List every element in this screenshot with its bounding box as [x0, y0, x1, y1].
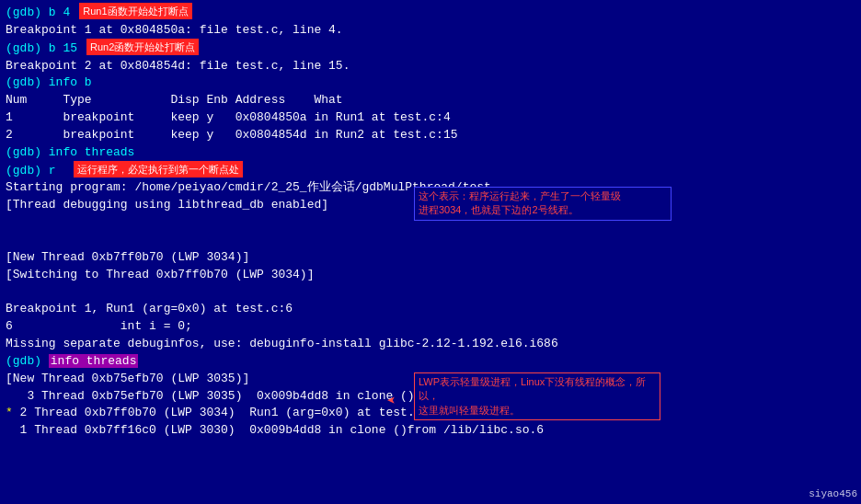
terminal-line: (gdb) info b: [6, 74, 855, 92]
terminal-line: (gdb) b 15Run2函数开始处打断点: [6, 40, 855, 58]
terminal-line: (gdb) r 运行程序，必定执行到第一个断点处: [6, 162, 855, 180]
annotation-run-program: 运行程序，必定执行到第一个断点处: [74, 161, 243, 178]
terminal-line: Breakpoint 1 at 0x804850a: file test.c, …: [6, 22, 855, 40]
watermark: siyao456: [809, 487, 857, 502]
terminal-line: Missing separate debuginfos, use: debugi…: [6, 336, 855, 353]
highlight-info-threads: info threads: [49, 354, 139, 368]
terminal-line: [Switching to Thread 0xb7ff0b70 (LWP 303…: [6, 267, 855, 284]
terminal: (gdb) b 4Run1函数开始处打断点 Breakpoint 1 at 0x…: [0, 0, 861, 504]
annotation-lwp-explain: LWP表示轻量级进程，Linux下没有线程的概念，所以，这里就叫轻量级进程。: [414, 372, 660, 420]
terminal-line: 2 breakpoint keep y 0x0804854d in Run2 a…: [6, 127, 855, 144]
terminal-line: [6, 284, 855, 302]
terminal-line: (gdb) info threads: [6, 353, 855, 371]
terminal-line: [New Thread 0xb7ff0b70 (LWP 3034)]: [6, 249, 855, 267]
arrow-lwp: ➤: [386, 392, 396, 413]
terminal-line: 1 Thread 0xb7ff16c0 (LWP 3030) 0x009b4dd…: [6, 422, 855, 440]
asterisk-marker: *: [6, 406, 13, 419]
terminal-line: Breakpoint 1, Run1 (arg=0x0) at test.c:6: [6, 301, 855, 318]
terminal-line: 6 int i = 0;: [6, 318, 855, 336]
terminal-line: (gdb) info threads: [6, 144, 855, 162]
terminal-line: Breakpoint 2 at 0x804854d: file test.c, …: [6, 58, 855, 75]
terminal-line: (gdb) b 4Run1函数开始处打断点: [6, 4, 855, 22]
terminal-line: Num Type Disp Enb Address What: [6, 92, 855, 109]
annotation-run2-breakpoint: Run2函数开始处打断点: [86, 39, 199, 55]
terminal-line: 1 breakpoint keep y 0x0804850a in Run1 a…: [6, 109, 855, 127]
annotation-thread-explain: 这个表示：程序运行起来，产生了一个轻量级进程3034，也就是下边的2号线程。: [414, 187, 672, 221]
annotation-run1-breakpoint: Run1函数开始处打断点: [79, 3, 191, 19]
